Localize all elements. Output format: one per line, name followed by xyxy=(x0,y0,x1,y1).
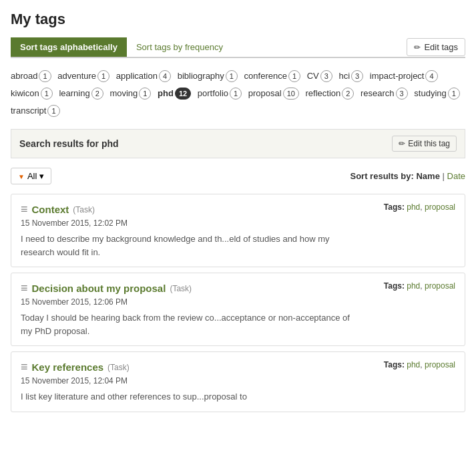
result-card: Key references(Task)15 November 2015, 12… xyxy=(11,351,465,412)
result-type: (Task) xyxy=(107,363,130,372)
result-tag-link[interactable]: phd xyxy=(407,202,420,212)
tags-cloud: abroad1 adventure1 application4 bibliogr… xyxy=(11,67,465,120)
tag-label: studying xyxy=(414,85,446,102)
tag-item-kiwicon[interactable]: kiwicon1 xyxy=(11,85,53,102)
tag-item-research[interactable]: research3 xyxy=(361,85,408,102)
tag-label: reflection xyxy=(306,85,341,102)
result-title-row: Key references(Task) xyxy=(21,360,362,374)
tags-label: Tags: xyxy=(384,281,407,291)
filter-all-button[interactable]: All ▾ xyxy=(11,168,51,184)
tag-item-adventure[interactable]: adventure1 xyxy=(57,67,109,85)
tag-item-transcript[interactable]: transcript1 xyxy=(11,102,60,120)
result-title-link[interactable]: Key references xyxy=(32,361,104,373)
sort-bar: Sort tags alphabetically Sort tags by fr… xyxy=(11,37,465,58)
tag-item-conference[interactable]: conference1 xyxy=(244,67,300,85)
result-tag-link[interactable]: proposal xyxy=(425,202,455,212)
result-tag-link[interactable]: phd xyxy=(407,360,420,369)
tag-item-hci[interactable]: hci3 xyxy=(338,67,363,85)
tag-item-proposal[interactable]: proposal10 xyxy=(248,85,299,102)
result-title-row: Context(Task) xyxy=(21,202,362,216)
tags-label: Tags: xyxy=(384,202,407,212)
tag-label: hci xyxy=(338,67,350,85)
tag-label: impact-project xyxy=(370,67,425,85)
tag-count: 1 xyxy=(41,88,53,100)
results-container: Context(Task)15 November 2015, 12:02 PMI… xyxy=(11,194,465,412)
search-header-text: Search results for phd xyxy=(19,138,119,149)
tag-count: 1 xyxy=(230,88,242,100)
result-snippet: I need to describe my background knowled… xyxy=(21,233,362,259)
sort-by-name-link[interactable]: Name xyxy=(416,171,439,181)
result-type: (Task) xyxy=(73,205,95,214)
tag-count: 4 xyxy=(425,70,437,82)
tag-label: abroad xyxy=(11,67,37,85)
tag-count: 2 xyxy=(342,88,354,100)
tag-count: 1 xyxy=(39,70,51,82)
sort-freq-button[interactable]: Sort tags by frequency xyxy=(127,37,232,57)
result-tag-link[interactable]: proposal xyxy=(425,360,455,369)
result-tags: Tags: phd, proposal xyxy=(375,360,455,369)
tag-count: 1 xyxy=(97,70,109,82)
tag-label: conference xyxy=(244,67,287,85)
tag-label: moving xyxy=(109,85,138,102)
sort-by-date-link[interactable]: Date xyxy=(447,171,465,181)
tag-count: 4 xyxy=(159,70,171,82)
tag-count: 3 xyxy=(396,88,408,100)
tag-item-reflection[interactable]: reflection2 xyxy=(306,85,354,102)
page-title: My tags xyxy=(11,11,465,28)
tag-item-abroad[interactable]: abroad1 xyxy=(11,67,51,85)
result-tags: Tags: phd, proposal xyxy=(375,202,455,212)
list-icon xyxy=(21,281,28,295)
result-title-link[interactable]: Decision about my proposal xyxy=(32,283,166,294)
tag-count: 3 xyxy=(320,70,332,82)
pencil-icon xyxy=(414,42,421,52)
result-tags: Tags: phd, proposal xyxy=(375,281,455,291)
result-tag-link[interactable]: phd xyxy=(407,281,420,291)
tag-item-learning[interactable]: learning2 xyxy=(59,85,103,102)
tag-item-application[interactable]: application4 xyxy=(116,67,171,85)
tag-item-CV[interactable]: CV3 xyxy=(307,67,332,85)
sort-alpha-button[interactable]: Sort tags alphabetically xyxy=(11,37,127,57)
filter-sort-bar: All ▾ Sort results by: Name | Date xyxy=(11,165,465,187)
result-card: Context(Task)15 November 2015, 12:02 PMI… xyxy=(11,194,465,267)
tag-label: phd xyxy=(158,85,174,102)
tag-count: 10 xyxy=(283,88,299,100)
list-icon xyxy=(21,202,28,216)
tag-item-impact-project[interactable]: impact-project4 xyxy=(370,67,438,85)
edit-tags-button[interactable]: Edit tags xyxy=(407,38,465,56)
tag-count: 1 xyxy=(288,70,300,82)
result-title-row: Decision about my proposal(Task) xyxy=(21,281,362,295)
tag-item-bibliography[interactable]: bibliography1 xyxy=(178,67,238,85)
tag-count: 1 xyxy=(47,105,59,117)
search-query: phd xyxy=(101,138,119,149)
tag-count: 2 xyxy=(91,88,103,100)
tag-item-studying[interactable]: studying1 xyxy=(414,85,460,102)
tag-count: 1 xyxy=(448,88,460,100)
tag-label: portfolio xyxy=(198,85,228,102)
tag-item-portfolio[interactable]: portfolio1 xyxy=(198,85,242,102)
list-icon xyxy=(21,360,28,374)
tag-label: research xyxy=(361,85,395,102)
filter-icon xyxy=(18,171,25,181)
tag-item-moving[interactable]: moving1 xyxy=(109,85,151,102)
result-tag-link[interactable]: proposal xyxy=(425,281,455,291)
result-date: 15 November 2015, 12:02 PM xyxy=(21,218,362,228)
tag-item-phd[interactable]: phd12 xyxy=(158,85,191,102)
result-date: 15 November 2015, 12:04 PM xyxy=(21,376,362,385)
tag-count: 1 xyxy=(139,88,151,100)
result-date: 15 November 2015, 12:06 PM xyxy=(21,297,362,307)
result-title-link[interactable]: Context xyxy=(32,204,69,215)
tag-count: 12 xyxy=(175,88,191,100)
tag-label: application xyxy=(116,67,158,85)
pencil-icon-2 xyxy=(399,139,405,148)
tags-label: Tags: xyxy=(384,360,407,369)
edit-this-tag-button[interactable]: Edit this tag xyxy=(392,136,457,152)
tag-label: learning xyxy=(59,85,89,102)
sort-results: Sort results by: Name | Date xyxy=(350,171,466,181)
tag-label: kiwicon xyxy=(11,85,39,102)
tag-label: proposal xyxy=(248,85,282,102)
tag-count: 1 xyxy=(226,70,238,82)
result-snippet: Today I should be hearing back from the … xyxy=(21,311,362,337)
tag-label: transcript xyxy=(11,102,46,120)
tag-label: CV xyxy=(307,67,319,85)
tag-count: 3 xyxy=(351,70,363,82)
